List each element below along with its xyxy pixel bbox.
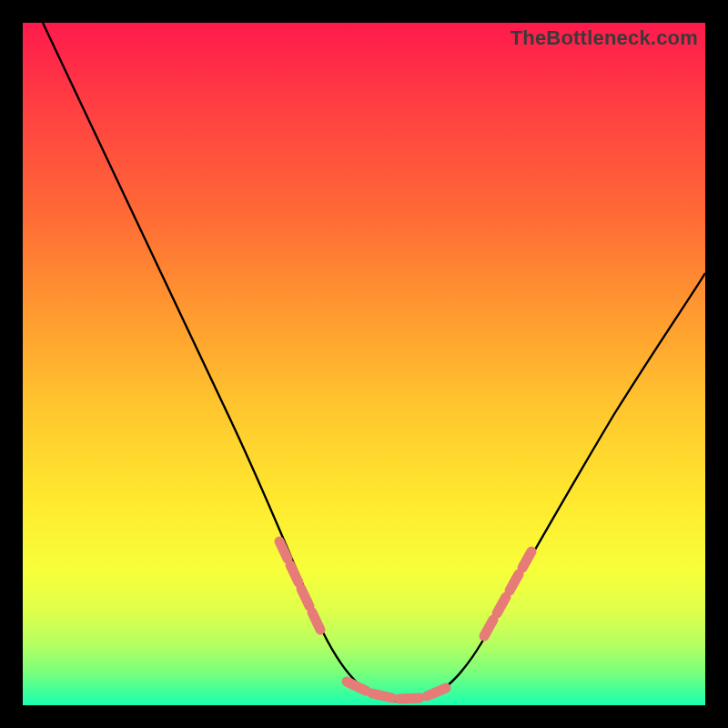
marker-dash [312,612,320,630]
chart-plot-area: TheBottleneck.com [23,23,705,705]
marker-dash [510,574,519,591]
marker-dash [497,597,506,613]
marker-dash [399,698,420,699]
marker-dash [347,682,366,691]
marker-dash [484,620,493,636]
marker-dash [301,589,309,606]
marker-group [279,541,531,699]
chart-svg [23,23,705,705]
marker-dash [372,693,392,698]
bottleneck-curve [43,23,705,702]
marker-dash [522,551,531,568]
marker-dash [290,565,298,582]
marker-dash [427,688,446,696]
chart-frame: TheBottleneck.com [0,0,728,728]
